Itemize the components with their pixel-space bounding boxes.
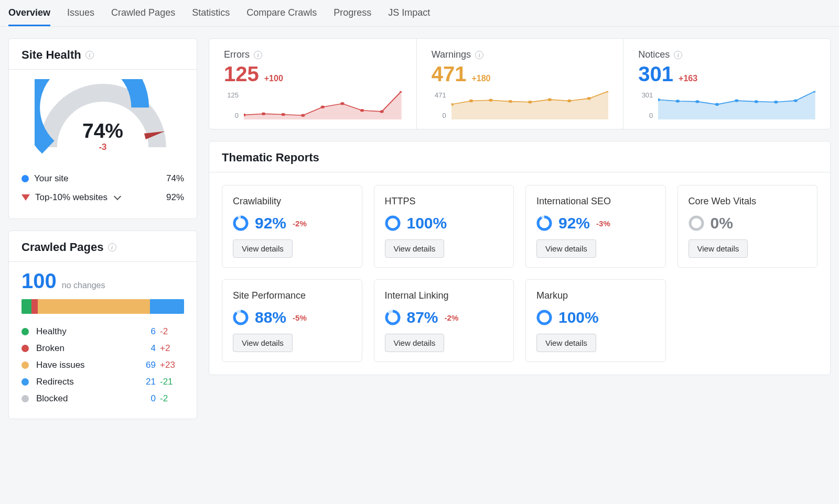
crawled-row-label: Have issues [36,360,127,370]
crawled-row-broken[interactable]: Broken4+2 [21,340,184,357]
crawled-row-label: Redirects [36,377,127,387]
report-site-performance: Site Performance88%-5%View details [222,279,362,362]
crawled-row-blocked[interactable]: Blocked0-2 [21,390,184,407]
svg-point-6 [340,102,345,105]
legend-label: Your site [34,173,69,184]
tab-statistics[interactable]: Statistics [192,0,230,26]
svg-point-34 [690,217,703,229]
tab-crawled-pages[interactable]: Crawled Pages [111,0,175,26]
progress-ring-icon [233,310,249,325]
progress-ring-icon [536,310,552,325]
gauge-value: 74% [82,119,123,142]
report-value: 0% [711,214,733,232]
site-health-card: Site Health i 74% -3 Your site [8,38,197,219]
svg-point-13 [508,100,512,103]
view-details-button[interactable]: View details [385,334,445,352]
crawled-change: no changes [62,281,105,290]
crawled-total[interactable]: 100 [21,269,57,293]
legend-value: 74% [166,173,184,184]
view-details-button[interactable]: View details [689,239,748,258]
info-icon[interactable]: i [254,51,262,59]
site-health-gauge: 74% -3 [35,79,171,161]
report-crawlability: Crawlability92%-2%View details [222,185,362,268]
crawled-row-delta: -21 [160,377,184,387]
progress-ring-icon [233,215,249,231]
crawled-row-delta: +23 [160,360,184,370]
svg-point-5 [321,106,325,108]
report-core-web-vitals: Core Web Vitals0%View details [677,185,818,268]
report-title: Crawlability [233,196,351,207]
tab-progress[interactable]: Progress [334,0,371,26]
thematic-title: Thematic Reports [222,151,319,165]
axis-max: 125 [224,91,239,99]
svg-point-22 [715,103,719,106]
view-details-button[interactable]: View details [385,239,445,258]
report-international-seo: International SEO92%-3%View details [525,185,666,268]
info-icon[interactable]: i [475,51,483,59]
dot-icon [21,378,29,386]
axis-min: 0 [638,112,653,119]
bar-segment-healthy [21,299,31,314]
tab-compare-crawls[interactable]: Compare Crawls [246,0,317,26]
crawled-row-have-issues[interactable]: Have issues69+23 [21,357,184,374]
report-value: 92% [558,214,590,232]
svg-point-37 [234,311,247,324]
svg-point-2 [262,113,266,115]
metric-notices[interactable]: Noticesi301+1633010 [623,39,830,129]
legend-label: Top-10% websites [35,192,107,203]
site-health-title: Site Health [21,48,81,62]
crawled-row-healthy[interactable]: Healthy6-2 [21,323,184,340]
metric-warnings[interactable]: Warningsi471+1804710 [416,39,623,129]
crawled-row-count: 4 [132,343,156,354]
info-icon[interactable]: i [85,51,94,59]
metric-change: +163 [679,74,697,83]
view-details-button[interactable]: View details [536,334,596,352]
axis-max: 301 [638,91,653,99]
report-value: 87% [407,309,438,326]
report-delta: -3% [596,219,610,228]
report-internal-linking: Internal Linking87%-2%View details [374,279,514,362]
tab-js-impact[interactable]: JS Impact [388,0,430,26]
view-details-button[interactable]: View details [233,334,293,352]
report-title: Core Web Vitals [689,196,807,207]
dot-icon [21,328,29,335]
svg-point-3 [281,113,285,116]
axis-max: 471 [432,91,446,99]
bar-segment-redirects [150,299,184,314]
sparkline-notices [658,91,815,119]
top-tabs: OverviewIssuesCrawled PagesStatisticsCom… [0,0,839,27]
svg-point-17 [587,97,590,100]
thematic-reports-card: Thematic Reports Crawlability92%-2%View … [209,141,831,375]
axis-min: 0 [432,112,446,119]
info-icon[interactable]: i [674,51,682,59]
metric-title: Errors [224,49,250,60]
view-details-button[interactable]: View details [233,239,293,258]
report-title: Markup [536,290,655,301]
crawled-row-redirects[interactable]: Redirects21-21 [21,374,184,390]
report-delta: -2% [445,313,459,322]
sparkline-warnings [451,91,609,119]
axis-min: 0 [224,112,239,119]
tab-overview[interactable]: Overview [8,0,50,26]
svg-point-21 [695,100,699,103]
svg-point-11 [469,100,472,102]
report-delta: -5% [293,313,307,322]
svg-point-29 [234,217,247,229]
svg-point-14 [528,101,532,103]
report-title: International SEO [536,196,655,207]
tab-issues[interactable]: Issues [67,0,94,26]
legend-top10[interactable]: Top-10% websites 92% [21,188,184,207]
view-details-button[interactable]: View details [536,239,596,258]
bar-segment-broken [31,299,38,314]
crawled-row-count: 0 [132,393,156,404]
report-value: 88% [255,309,286,326]
svg-point-33 [538,217,551,229]
info-icon[interactable]: i [108,243,116,251]
svg-point-15 [547,98,551,101]
metric-errors[interactable]: Errorsi125+1001250 [209,39,416,129]
progress-ring-icon [536,215,552,231]
metric-title: Warnings [432,49,471,60]
dot-icon [21,395,29,402]
svg-point-31 [386,217,399,229]
metric-change: +100 [264,74,283,83]
